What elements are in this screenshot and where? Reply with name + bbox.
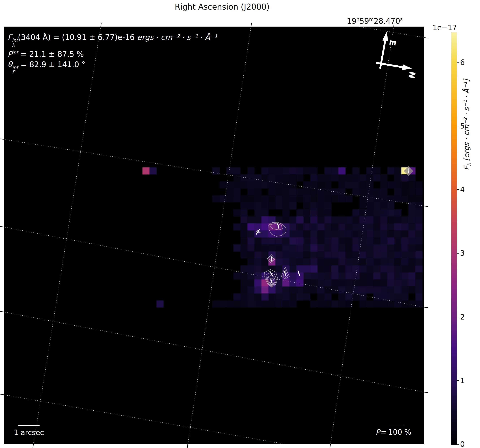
x-axis-title: Right Ascension (J2000) [0, 2, 444, 11]
colorbar-tick-mark [457, 317, 459, 317]
colorbar-tick-mark [457, 444, 459, 445]
colorbar-tick-label: 2 [460, 313, 475, 321]
polarization-scale-overline [389, 425, 404, 426]
spaxel-cells-layer [142, 167, 423, 308]
colorbar-tick-mark [457, 380, 459, 381]
colorbar [451, 32, 457, 445]
colorbar-tick-label: 6 [460, 58, 475, 66]
colorbar-tick-mark [457, 62, 459, 63]
arcsec-scalebar-label: 1 arcsec [9, 428, 49, 437]
colorbar-tick-label: 0 [460, 440, 475, 448]
polarization-annotation-line: Pint = 21.1 ± 87.5 % [7, 47, 217, 59]
flux-annotation-line: Fintλ(3404 Å) = (10.91 ± 6.77)e-16 ergs … [7, 32, 217, 47]
colorbar-tick-label: 3 [460, 249, 475, 257]
colorbar-tick-label: 4 [460, 185, 475, 194]
figure: Right Ascension (J2000) 19h59m28.470s Fi… [0, 0, 480, 448]
compass-arrows [376, 31, 412, 70]
integrated-values-annotation: Fintλ(3404 Å) = (10.91 ± 6.77)e-16 ergs … [7, 32, 217, 74]
arcsec-scalebar [18, 425, 40, 426]
colorbar-tick-label: 5 [460, 122, 475, 130]
ra-tick-label: 19h59m28.470s [339, 17, 411, 25]
colorbar-tick-label: 1 [460, 376, 475, 385]
polarization-vector-scale-label: P= 100 % [376, 428, 419, 436]
colorbar-tick-mark [457, 253, 459, 253]
colorbar-tick-mark [457, 189, 459, 190]
colorbar-multiplier-label: 1e−17 [421, 23, 457, 32]
angle-annotation-line: θintP = 82.9 ± 141.0 ° [7, 59, 217, 74]
colorbar-tick-mark [457, 126, 459, 126]
